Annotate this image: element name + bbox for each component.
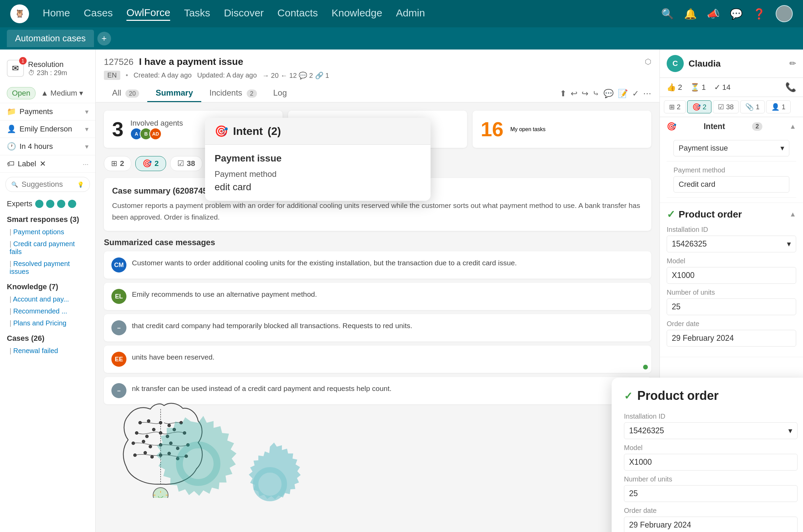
case-title-row: 127526 I have a payment issue ⬡ bbox=[104, 56, 651, 67]
tab-log[interactable]: Log bbox=[265, 85, 295, 102]
label-section: 🏷 Label ✕ ··· bbox=[0, 155, 95, 173]
installation-id-value: 15426325 bbox=[672, 239, 707, 249]
search-icon[interactable]: 🔍 bbox=[661, 8, 674, 20]
note-icon[interactable]: 📝 bbox=[618, 89, 628, 98]
right-tab-intent[interactable]: 🎯 2 bbox=[687, 100, 712, 113]
intent-collapse-chevron[interactable]: ▲ bbox=[789, 123, 796, 130]
hourglass-icon: ⏳ bbox=[690, 83, 699, 92]
product-order-label: Product order bbox=[679, 209, 742, 220]
popup-install-chevron: ▾ bbox=[788, 426, 792, 435]
expert-dot-3 bbox=[57, 200, 65, 208]
time-section[interactable]: 🕐 In 4 hours ▾ bbox=[0, 138, 95, 155]
order-date-input[interactable]: 29 February 2024 bbox=[667, 330, 796, 347]
right-panel: C Claudia ✏ 👍 2 ⏳ 1 ✓ 14 📞 ⊞ 2 🎯 2 ☑ 38 … bbox=[659, 50, 803, 532]
knowledge-item-3[interactable]: Plans and Pricing bbox=[0, 317, 95, 329]
check-icon[interactable]: ✓ bbox=[632, 89, 639, 98]
nav-contacts[interactable]: Contacts bbox=[277, 7, 318, 20]
case-header: 127526 I have a payment issue ⬡ EN • Cre… bbox=[96, 50, 659, 102]
user-avatar[interactable] bbox=[776, 5, 793, 22]
msg-text-1: Customer wants to order additional cooli… bbox=[132, 257, 517, 268]
grid-icon: ⊞ bbox=[111, 159, 117, 168]
pill-grid[interactable]: ⊞ 2 bbox=[104, 156, 131, 171]
nav-discover[interactable]: Discover bbox=[224, 7, 264, 20]
smart-response-2[interactable]: Credit card payment fails bbox=[0, 238, 95, 258]
cases-item-1[interactable]: Renewal failed bbox=[0, 345, 95, 357]
tab-incidents[interactable]: Incidents 2 bbox=[201, 85, 265, 102]
my-tasks-label: My open tasks bbox=[510, 126, 545, 132]
model-wrap: Model X1000 bbox=[667, 257, 796, 284]
knowledge-item-1[interactable]: Account and pay... bbox=[0, 293, 95, 305]
redo-icon[interactable]: ↪ bbox=[582, 89, 588, 98]
pill-check[interactable]: ☑ 38 bbox=[170, 156, 202, 171]
tab-label: Automation cases bbox=[15, 33, 86, 44]
pill-intent[interactable]: 🎯 2 bbox=[135, 156, 166, 171]
right-tab-person[interactable]: 👤 1 bbox=[766, 100, 791, 113]
right-panel-header: C Claudia ✏ bbox=[660, 50, 803, 78]
phone-icon[interactable]: 📞 bbox=[785, 82, 796, 93]
product-collapse-chevron[interactable]: ▲ bbox=[789, 210, 796, 218]
popup-check-icon: ✓ bbox=[624, 390, 632, 402]
nav-owlforce[interactable]: OwlForce bbox=[126, 7, 170, 21]
right-tab-attach[interactable]: 📎 1 bbox=[740, 100, 765, 113]
nav-cases[interactable]: Cases bbox=[84, 7, 113, 20]
case-meta: EN • Created: A day ago Updated: A day a… bbox=[104, 67, 651, 83]
open-status[interactable]: Open bbox=[7, 87, 36, 99]
hourglass-count: 1 bbox=[702, 83, 706, 92]
popup-model-input[interactable]: X1000 bbox=[624, 454, 798, 471]
bell-icon[interactable]: 🔔 bbox=[684, 8, 697, 20]
label-more[interactable]: ··· bbox=[83, 160, 89, 168]
nav-admin[interactable]: Admin bbox=[396, 7, 425, 20]
popup-install-input[interactable]: 15426325 ▾ bbox=[624, 422, 798, 439]
undo-icon[interactable]: ↩ bbox=[571, 89, 577, 98]
logo: 🦉 bbox=[10, 4, 29, 23]
search-input[interactable] bbox=[22, 180, 74, 189]
label-close[interactable]: ✕ bbox=[40, 159, 46, 168]
add-tab-button[interactable]: + bbox=[97, 32, 111, 45]
reply-icon[interactable]: 💬 bbox=[603, 89, 614, 98]
up-arrow[interactable]: ⬆ bbox=[560, 89, 567, 98]
search-icon: 🔍 bbox=[11, 181, 18, 188]
right-tab-grid[interactable]: ⊞ 2 bbox=[664, 100, 686, 113]
payment-issue-select[interactable]: Payment issue ▾ bbox=[673, 140, 789, 156]
knowledge-item-2[interactable]: Recommended ... bbox=[0, 305, 95, 317]
popup-units-input[interactable]: 25 bbox=[624, 485, 798, 502]
right-tab-check[interactable]: ☑ 38 bbox=[713, 100, 739, 113]
help-icon[interactable]: ❓ bbox=[753, 8, 765, 20]
msg-avatar-cm: CM bbox=[111, 257, 126, 272]
priority-badge[interactable]: ▲ Medium ▾ bbox=[41, 89, 83, 98]
agent-section[interactable]: 👤 Emily Enderson ▾ bbox=[0, 121, 95, 138]
automation-cases-tab[interactable]: Automation cases bbox=[7, 30, 94, 47]
tab-all[interactable]: All 20 bbox=[104, 85, 147, 102]
expand-icon[interactable]: ⬡ bbox=[645, 57, 651, 66]
payments-section[interactable]: 📁 Payments ▾ bbox=[0, 103, 95, 121]
edit-contact-icon[interactable]: ✏ bbox=[789, 59, 796, 68]
megaphone-icon[interactable]: 📣 bbox=[707, 8, 720, 20]
summary-text: Customer reports a payment problem with … bbox=[112, 200, 643, 223]
popup-install-label: Installation ID bbox=[624, 412, 798, 420]
search-box[interactable]: 🔍 💡 bbox=[5, 177, 90, 192]
installation-id-label: Installation ID bbox=[667, 226, 796, 234]
chat-icon[interactable]: 💬 bbox=[730, 8, 743, 20]
nav-knowledge[interactable]: Knowledge bbox=[331, 7, 382, 20]
stat-my-open-tasks: 16 My open tasks bbox=[473, 111, 651, 148]
payment-method-select[interactable]: Credit card bbox=[673, 176, 789, 193]
smart-response-1[interactable]: Payment options bbox=[0, 226, 95, 238]
person-icon: 👤 bbox=[7, 125, 16, 134]
msg-avatar-el: EL bbox=[111, 289, 126, 304]
popup-date-input[interactable]: 29 February 2024 bbox=[624, 517, 798, 532]
more-icon[interactable]: ⋯ bbox=[643, 89, 651, 98]
nav-tasks[interactable]: Tasks bbox=[184, 7, 210, 20]
units-input[interactable]: 25 bbox=[667, 298, 796, 315]
installation-id-input[interactable]: 15426325 ▾ bbox=[667, 236, 796, 252]
knowledge-header: Knowledge (7) bbox=[0, 278, 95, 293]
tab-bar: Automation cases + bbox=[0, 27, 803, 50]
message-1: CM Customer wants to order additional co… bbox=[104, 251, 651, 279]
pill-grid-count: 2 bbox=[120, 159, 124, 168]
tab-summary[interactable]: Summary bbox=[147, 85, 201, 102]
nav-home[interactable]: Home bbox=[43, 7, 70, 20]
check-box-icon: ☑ bbox=[177, 159, 184, 168]
model-input[interactable]: X1000 bbox=[667, 267, 796, 284]
smart-response-3[interactable]: Resolved payment issues bbox=[0, 258, 95, 278]
forward-icon[interactable]: ⤷ bbox=[593, 89, 599, 98]
contact-name: Claudia bbox=[689, 58, 785, 69]
